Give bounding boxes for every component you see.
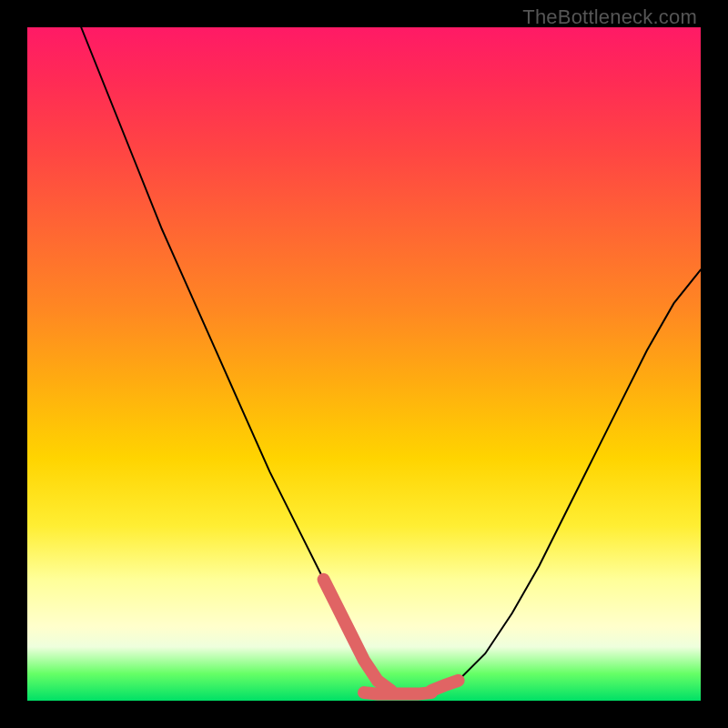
accent-bottom: [364, 693, 431, 694]
bottleneck-curve: [81, 27, 701, 694]
accent-left: [324, 580, 391, 691]
curve-layer: [27, 27, 701, 701]
watermark-text: TheBottleneck.com: [522, 5, 697, 29]
chart-frame: TheBottleneck.com: [0, 0, 728, 728]
